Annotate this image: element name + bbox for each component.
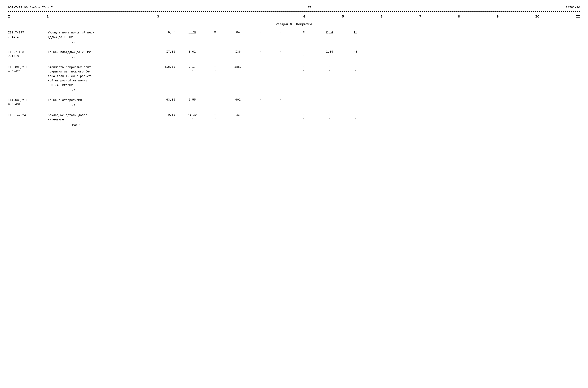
- row5-c10: = -: [317, 113, 343, 120]
- row3-desc-text: Стоимость ребристых плитпокрытия из тяже…: [48, 65, 147, 88]
- row5-c7: -: [251, 113, 271, 117]
- row4-c7: -: [251, 98, 271, 101]
- row5-c9: = -: [291, 113, 317, 120]
- col-h2: 2: [47, 15, 49, 19]
- row1-c10: 2,04 -: [317, 31, 343, 37]
- dash-8-9: [460, 16, 496, 16]
- row1-qty: 6,00: [147, 31, 179, 34]
- dash-7-8: [422, 16, 458, 16]
- row1-unit: шт: [48, 40, 147, 45]
- main-table: III.7-I77 7-II-I Укладка плит покрытий п…: [8, 31, 580, 127]
- table-row: II5.I47-24 Закладные детали допол-нитель…: [8, 113, 580, 127]
- row3-c11: — -: [343, 65, 368, 72]
- row3-desc: Стоимость ребристых плитпокрытия из тяже…: [48, 65, 147, 93]
- row2-code: II2.7-I83 7-II-3: [8, 50, 48, 59]
- row3-total: 2889: [225, 65, 251, 69]
- header-right: 24582-10: [566, 6, 580, 9]
- row2-c10: 2,35 -: [317, 50, 343, 57]
- row5-unit: IOOкг: [48, 123, 147, 127]
- col-h1: I: [8, 15, 10, 19]
- col-h9: 9: [497, 15, 499, 19]
- row3-qty: 3I5,00: [147, 65, 179, 69]
- row3-c10: = -: [317, 65, 343, 72]
- dash-3-4: [159, 16, 303, 16]
- col-h10: IO: [535, 15, 539, 19]
- row2-desc-text: То же, площадью до 20 м2: [48, 50, 147, 55]
- row3-c7: -: [251, 65, 271, 69]
- row3-price: 9,I7 -: [179, 65, 205, 72]
- row2-c9: = -: [291, 50, 317, 57]
- row2-total: I36: [225, 50, 251, 53]
- row4-c10: = -: [317, 98, 343, 105]
- row3-eq5: = -: [205, 65, 225, 72]
- header-center: 35: [307, 6, 311, 9]
- section-title: Раздел 6. Покрытие: [8, 23, 580, 26]
- row4-total: 602: [225, 98, 251, 101]
- row5-code: II5.I47-24: [8, 113, 48, 118]
- row3-code: II3.ССЦ т.I п.8-4I5: [8, 65, 48, 74]
- row5-eq5: = -: [205, 113, 225, 120]
- dash-6-7: [383, 16, 419, 16]
- row2-unit: шт: [48, 55, 147, 60]
- table-row: II4.ССЦ т.I п.9-43I То же с отверстиями …: [8, 98, 580, 108]
- row2-c11: 48 -: [343, 50, 368, 57]
- dash-9-10: [499, 16, 535, 16]
- row5-qty: 0,80: [147, 113, 179, 117]
- row5-desc: Закладные детали допол-нительные IOOкг: [48, 113, 147, 127]
- header: 9OI-7-I7.90 Альбом IO.ч.I 35 24582-10: [8, 6, 580, 9]
- table-row: II2.7-I83 7-II-3 То же, площадью до 20 м…: [8, 50, 580, 60]
- dash-10-11: [540, 16, 576, 16]
- row5-price: 4I,30 -: [179, 113, 205, 120]
- row2-c8: -: [271, 50, 291, 53]
- row3-unit: м2: [48, 88, 147, 93]
- table-row: III.7-I77 7-II-I Укладка плит покрытий п…: [8, 31, 580, 45]
- row1-desc: Укладка плит покрытий пло-щадью до IO м2…: [48, 31, 147, 45]
- row5-c8: -: [271, 113, 291, 117]
- row1-price: 5,70 -: [179, 31, 205, 37]
- row1-c9: = -: [291, 31, 317, 37]
- col-h8: 8: [458, 15, 460, 19]
- row1-total: 34: [225, 31, 251, 34]
- col-h7: 7: [419, 15, 421, 19]
- col-h4: 4: [303, 15, 305, 19]
- row5-c11: — -: [343, 113, 368, 120]
- row4-unit: м2: [48, 103, 147, 108]
- row1-c11: I2 -: [343, 31, 368, 37]
- row4-price: 9,55 -: [179, 98, 205, 105]
- row1-c7: -: [251, 31, 271, 34]
- dash-2-3: [49, 16, 156, 16]
- column-header-row: I 2 3 4 5 6 7 8 9 IO II: [8, 15, 580, 19]
- row2-qty: I7,00: [147, 50, 179, 53]
- dash-4-5: [306, 16, 342, 16]
- col-h11: II: [576, 15, 580, 19]
- row4-c9: = -: [291, 98, 317, 105]
- row2-c7: -: [251, 50, 271, 53]
- dash-1-2: [10, 16, 46, 16]
- row4-c8: -: [271, 98, 291, 101]
- row1-price-val: 5,70 -: [179, 31, 205, 37]
- row4-eq5: = -: [205, 98, 225, 105]
- row4-code: II4.ССЦ т.I п.9-43I: [8, 98, 48, 106]
- row1-code: III.7-I77 7-II-I: [8, 31, 48, 39]
- table-row: II3.ССЦ т.I п.8-4I5 Стоимость ребристых …: [8, 65, 580, 93]
- col-h3: 3: [157, 15, 159, 19]
- row4-qty: 63,00: [147, 98, 179, 101]
- row3-c8: -: [271, 65, 291, 69]
- row4-desc-text: То же с отверстиями: [48, 98, 147, 103]
- row4-c11: = -: [343, 98, 368, 105]
- row2-eq5: = -: [205, 50, 225, 57]
- row1-c8: -: [271, 31, 291, 34]
- row1-eq5: = -: [205, 31, 225, 37]
- dash-5-6: [344, 16, 380, 16]
- col-h6: 6: [381, 15, 383, 19]
- row2-desc: То же, площадью до 20 м2 шт: [48, 50, 147, 60]
- row4-desc: То же с отверстиями м2: [48, 98, 147, 108]
- row5-desc-text: Закладные детали допол-нительные: [48, 113, 147, 122]
- top-separator: [8, 11, 580, 12]
- row5-total: 33: [225, 113, 251, 117]
- col-h5: 5: [342, 15, 344, 19]
- row2-price: 8,02 -: [179, 50, 205, 57]
- header-left: 9OI-7-I7.90 Альбом IO.ч.I: [8, 6, 53, 9]
- row1-desc-text: Укладка плит покрытий пло-щадью до IO м2: [48, 31, 147, 40]
- row3-c9: = -: [291, 65, 317, 72]
